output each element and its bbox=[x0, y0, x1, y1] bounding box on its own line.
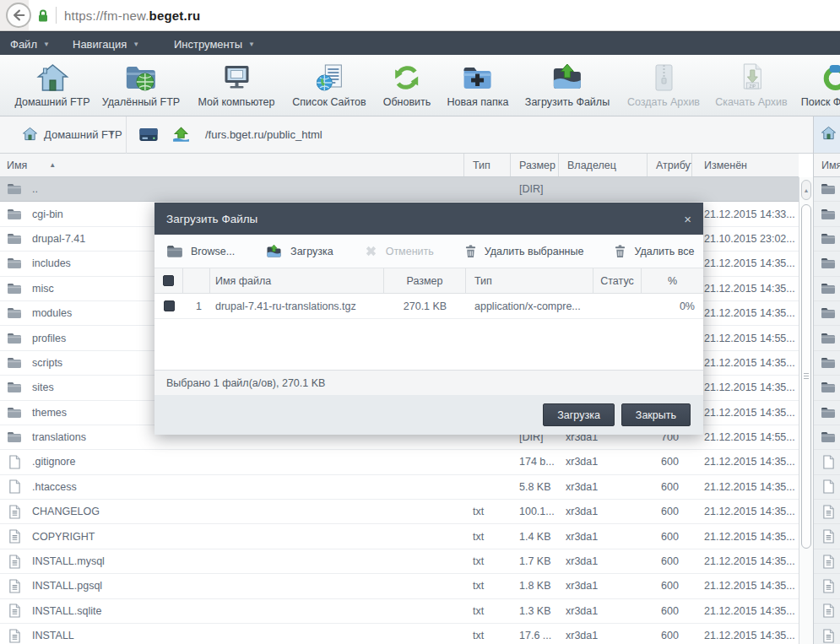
file-row[interactable]: cgi-bin bbox=[814, 202, 840, 226]
column-attr[interactable]: Атрибут bbox=[648, 154, 692, 176]
toolbar-button-computer[interactable]: Мой компьютер bbox=[198, 61, 275, 108]
chevron-down-icon[interactable]: ▾ bbox=[110, 129, 114, 138]
file-row[interactable]: INSTALLtxt17.6 ...xr3da160021.12.2015 14… bbox=[0, 624, 799, 644]
textfile-icon bbox=[7, 529, 22, 544]
toolbar-button-remote-ftp[interactable]: Удалённый FTP bbox=[102, 61, 180, 108]
file-row[interactable]: drupal-7.41 bbox=[814, 227, 840, 252]
file-name-cell: INSTALL bbox=[0, 624, 464, 644]
dialog-column-type[interactable]: Тип bbox=[466, 268, 593, 293]
textfile-icon bbox=[7, 555, 22, 569]
file-row[interactable]: misc bbox=[814, 277, 840, 301]
file-row[interactable]: scripts bbox=[814, 351, 840, 376]
dialog-button-загрузка[interactable]: Загрузка bbox=[265, 244, 333, 259]
toolbar-button-sites-list[interactable]: Список Сайтов bbox=[292, 61, 366, 108]
file-row[interactable]: .gitignore174 b...xr3da160021.12.2015 14… bbox=[0, 450, 799, 474]
toolbar-button-label: Новая папка bbox=[447, 96, 509, 108]
folder-icon bbox=[821, 283, 836, 295]
column-modified[interactable]: Изменён bbox=[692, 154, 799, 176]
file-size-cell: 174 b... bbox=[511, 450, 559, 474]
file-row[interactable]: profiles bbox=[814, 326, 840, 350]
file-row[interactable]: sites bbox=[814, 376, 840, 400]
file-size-cell: 1.4 KB bbox=[511, 524, 559, 548]
file-modified-cell: 21.12.2015 14:35... bbox=[692, 301, 799, 325]
right-panel-path-bar[interactable] bbox=[814, 116, 840, 154]
file-owner-cell: xr3da1 bbox=[559, 450, 648, 474]
file-row[interactable]: INSTALL.pgsqltxt1.8 KBxr3da160021.12.201… bbox=[0, 574, 799, 598]
scrollbar[interactable]: ▲ bbox=[799, 177, 813, 644]
file-row[interactable]: translations bbox=[814, 425, 840, 450]
file-name: .htaccess bbox=[32, 481, 77, 493]
menu-item-3[interactable]: Инструменты▼ bbox=[174, 32, 255, 56]
textfile-icon bbox=[821, 505, 836, 519]
file-row[interactable]: COPYRIGHT bbox=[814, 524, 840, 549]
dialog-titlebar[interactable]: Загрузить Файлы × bbox=[154, 203, 703, 235]
dialog-button-удалить-выбранные[interactable]: Удалить выбранные bbox=[464, 244, 584, 258]
file-row[interactable]: CHANGELOG bbox=[814, 500, 840, 524]
select-all-checkbox[interactable] bbox=[163, 275, 174, 286]
create-archive-icon bbox=[647, 61, 680, 93]
dialog-column-size[interactable]: Размер bbox=[384, 268, 466, 293]
dialog-column-percent[interactable]: % bbox=[642, 268, 703, 293]
file-row[interactable]: themes bbox=[814, 401, 840, 425]
close-icon[interactable]: × bbox=[684, 212, 691, 226]
dialog-button-label: Удалить все bbox=[634, 246, 694, 257]
file-row[interactable]: INSTALL.sqlitetxt1.3 KBxr3da160021.12.20… bbox=[0, 599, 799, 624]
file-icon bbox=[7, 455, 22, 469]
file-row[interactable]: INSTALL.mysql bbox=[814, 549, 840, 574]
file-row[interactable]: COPYRIGHTtxt1.4 KBxr3da160021.12.2015 14… bbox=[0, 524, 799, 549]
scroll-thumb[interactable] bbox=[801, 204, 811, 549]
new-folder-icon bbox=[461, 61, 495, 93]
file-modified-cell: 21.12.2015 14:33... bbox=[692, 202, 799, 225]
menu-item-1[interactable]: Файл▼ bbox=[10, 32, 50, 56]
url-bar[interactable]: https://fm-new.beget.ru bbox=[29, 0, 840, 30]
file-row[interactable]: .. bbox=[814, 177, 840, 202]
up-level-icon[interactable] bbox=[171, 127, 191, 146]
file-name: scripts bbox=[32, 357, 62, 369]
column-size[interactable]: Размер bbox=[511, 154, 559, 176]
dialog-footer-button[interactable]: Загрузка bbox=[543, 403, 615, 426]
file-name-cell: .. bbox=[0, 177, 464, 201]
file-row[interactable]: CHANGELOGtxt100.1...xr3da160021.12.2015 … bbox=[0, 500, 799, 524]
dialog-button-browse-[interactable]: Browse... bbox=[166, 245, 235, 258]
toolbar-button-new-folder[interactable]: Новая папка bbox=[447, 61, 509, 108]
dialog-column-status[interactable]: Статус bbox=[593, 268, 642, 293]
path-bar: Домашний FTP ▾ /furs.bget.ru/public_html bbox=[0, 116, 813, 154]
file-row[interactable]: .htaccess bbox=[814, 475, 840, 500]
toolbar-button-label: Список Сайтов bbox=[292, 96, 366, 108]
toolbar-button-download-archive[interactable]: ZIPСкачать Архив bbox=[715, 61, 787, 108]
scroll-up-button[interactable]: ▲ bbox=[801, 180, 811, 200]
upload-file-row[interactable]: 1 drupal-7.41-ru-translations.tgz 270.1 … bbox=[154, 294, 703, 319]
file-row[interactable]: INSTALL.mysqltxt1.7 KBxr3da160021.12.201… bbox=[0, 549, 799, 574]
right-panel-column-name[interactable]: Имя bbox=[814, 154, 840, 177]
file-row[interactable]: ..[DIR] bbox=[0, 177, 799, 202]
file-name: includes bbox=[32, 257, 71, 269]
file-row[interactable]: INSTALL.sqlite bbox=[814, 599, 840, 624]
back-button[interactable] bbox=[6, 3, 31, 28]
file-row[interactable]: includes bbox=[814, 252, 840, 276]
file-attr-cell: 600 bbox=[648, 549, 692, 573]
file-attr-cell: 600 bbox=[648, 599, 692, 623]
toolbar-button-home[interactable]: Домашний FTP bbox=[14, 61, 89, 108]
dialog-button-отменить[interactable]: Отменить bbox=[364, 244, 434, 258]
toolbar-button-refresh[interactable]: Обновить bbox=[383, 61, 431, 108]
dialog-button-удалить-все[interactable]: Удалить все bbox=[614, 244, 694, 258]
column-name[interactable]: Имя▲ bbox=[0, 154, 464, 176]
toolbar-button-create-archive[interactable]: Создать Архив bbox=[627, 61, 700, 108]
file-row[interactable]: modules bbox=[814, 301, 840, 326]
dialog-column-filename[interactable]: Имя файла bbox=[210, 268, 384, 293]
file-row[interactable]: .gitignore bbox=[814, 450, 840, 474]
toolbar-button-search[interactable]: Поиск Файлов bbox=[801, 61, 840, 108]
dialog-footer-button[interactable]: Закрыть bbox=[621, 403, 691, 426]
menu-item-label: Навигация bbox=[73, 38, 127, 51]
column-owner[interactable]: Владелец bbox=[559, 154, 648, 176]
menu-item-2[interactable]: Навигация▼ bbox=[73, 32, 139, 56]
file-row[interactable]: INSTALL.pgsql bbox=[814, 574, 840, 598]
dialog-table-headers: Имя файла Размер Тип Статус % bbox=[154, 268, 703, 294]
file-row[interactable]: .htaccess5.8 KBxr3da160021.12.2015 14:35… bbox=[0, 475, 799, 500]
column-type[interactable]: Тип bbox=[464, 154, 511, 176]
file-modified-cell: 21.12.2015 14:35... bbox=[692, 500, 799, 523]
file-row[interactable]: INSTALL bbox=[814, 624, 840, 644]
toolbar-button-upload-files[interactable]: Загрузить Файлы bbox=[525, 61, 610, 108]
file-checkbox[interactable] bbox=[164, 300, 175, 311]
disk-icon[interactable] bbox=[138, 127, 159, 145]
